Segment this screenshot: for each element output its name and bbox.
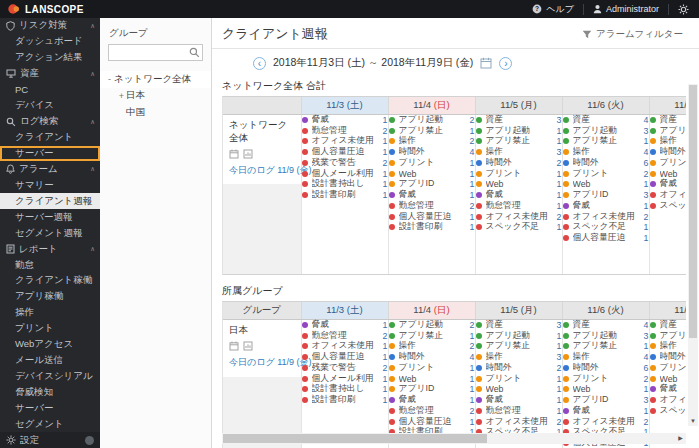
alarm-count[interactable]: 1: [470, 158, 475, 168]
next-week-button[interactable]: ›: [499, 57, 512, 70]
sidebar-item-device-serial[interactable]: デバイスシリアル: [0, 369, 100, 385]
alarm-count[interactable]: 1: [644, 201, 649, 211]
alarm-count[interactable]: 6: [644, 363, 649, 373]
sidebar-item-web-access[interactable]: Webアクセス: [0, 337, 100, 353]
alarm-count[interactable]: 2: [470, 341, 475, 351]
alarm-count[interactable]: 3: [644, 331, 649, 341]
alarm-count[interactable]: 1: [383, 115, 388, 125]
alarm-count[interactable]: 1: [644, 179, 649, 189]
alarm-count[interactable]: 2: [383, 158, 388, 168]
scroll-right-arrow-icon[interactable]: ▶: [675, 433, 686, 444]
sidebar-item-action-results[interactable]: アクション結果: [0, 50, 100, 66]
tree-expander-icon[interactable]: -: [105, 74, 114, 84]
vertical-scrollbar-thumb[interactable]: [689, 85, 697, 338]
mini-calendar-icon[interactable]: [229, 341, 239, 351]
alarm-count[interactable]: 1: [644, 341, 649, 351]
alarm-count[interactable]: 1: [470, 417, 475, 427]
alarm-count[interactable]: 1: [383, 352, 388, 362]
alarm-count[interactable]: 2: [383, 126, 388, 136]
alarm-count[interactable]: 2: [644, 212, 649, 222]
sidebar-item-dashboard[interactable]: ダッシュボード: [0, 34, 100, 50]
mini-calendar-icon[interactable]: [229, 149, 239, 159]
alarm-count[interactable]: 1: [470, 179, 475, 189]
sidebar-item-print[interactable]: プリント: [0, 321, 100, 337]
alarm-count[interactable]: 1: [557, 341, 562, 351]
alarm-count[interactable]: 3: [557, 320, 562, 330]
alarm-count[interactable]: 4: [470, 147, 475, 157]
sidebar-item-alarm[interactable]: アラーム∧: [0, 161, 100, 177]
sidebar-item-client[interactable]: クライアント: [0, 130, 100, 146]
alarm-count[interactable]: 2: [557, 363, 562, 373]
prev-week-button[interactable]: ‹: [253, 57, 266, 70]
alarm-count[interactable]: 1: [644, 406, 649, 416]
alarm-count[interactable]: 1: [470, 222, 475, 232]
sidebar-item-app-uptime[interactable]: アプリ稼働: [0, 289, 100, 305]
alarm-count[interactable]: 3: [644, 395, 649, 405]
alarm-count[interactable]: 1: [470, 190, 475, 200]
search-icon[interactable]: [189, 47, 200, 58]
alarm-count[interactable]: 1: [470, 395, 475, 405]
tree-node-network-all[interactable]: -ネットワーク全体: [100, 71, 211, 88]
alarm-count[interactable]: 1: [383, 320, 388, 330]
alarm-count[interactable]: 4: [644, 147, 649, 157]
alarm-count[interactable]: 2: [470, 136, 475, 146]
alarm-count[interactable]: 1: [557, 126, 562, 136]
help-button[interactable]: ? ヘルプ: [532, 3, 574, 16]
sidebar-item-settings[interactable]: 設定: [0, 432, 100, 448]
alarm-count[interactable]: 3: [557, 115, 562, 125]
alarm-count[interactable]: 1: [557, 395, 562, 405]
alarm-count[interactable]: 1: [470, 363, 475, 373]
alarm-count[interactable]: 1: [383, 395, 388, 405]
scroll-down-arrow-icon[interactable]: ▼: [688, 416, 698, 426]
sidebar-item-mail-send[interactable]: メール送信: [0, 353, 100, 369]
alarm-count[interactable]: 2: [470, 406, 475, 416]
tree-node-china[interactable]: 中国: [100, 104, 211, 121]
alarm-count[interactable]: 2: [383, 331, 388, 341]
mini-graph-icon[interactable]: [243, 149, 253, 159]
alarm-filter-button[interactable]: アラームフィルター: [582, 28, 683, 41]
sidebar-item-segment-weekly-report[interactable]: セグメント週報: [0, 225, 100, 241]
vertical-scrollbar[interactable]: ▼: [688, 84, 698, 426]
alarm-count[interactable]: 1: [470, 374, 475, 384]
today-log-link[interactable]: 今日のログ 11/9 (金): [229, 356, 296, 369]
tree-node-japan[interactable]: +日本: [100, 88, 211, 105]
horizontal-scrollbar[interactable]: ▶: [222, 433, 686, 444]
sidebar-item-client-uptime[interactable]: クライアント稼働: [0, 273, 100, 289]
alarm-count[interactable]: 2: [557, 158, 562, 168]
user-menu[interactable]: Administrator: [593, 4, 659, 14]
alarm-count[interactable]: 4: [644, 115, 649, 125]
sidebar-item-server[interactable]: サーバー: [0, 146, 100, 162]
today-log-link[interactable]: 今日のログ 11/9 (金): [229, 164, 296, 177]
alarm-count[interactable]: 6: [644, 158, 649, 168]
settings-icon[interactable]: [678, 4, 689, 15]
alarm-count[interactable]: 3: [557, 352, 562, 362]
sidebar-item-attendance[interactable]: 勤怠: [0, 257, 100, 273]
alarm-count[interactable]: 1: [383, 374, 388, 384]
alarm-count[interactable]: 1: [470, 384, 475, 394]
alarm-count[interactable]: 1: [383, 179, 388, 189]
alarm-count[interactable]: 1: [644, 136, 649, 146]
sidebar-item-segment[interactable]: セグメント: [0, 416, 100, 432]
sidebar-item-assets[interactable]: 資産∧: [0, 66, 100, 82]
alarm-count[interactable]: 2: [644, 417, 649, 427]
alarm-count[interactable]: 1: [557, 384, 562, 394]
alarm-count[interactable]: 1: [644, 233, 649, 243]
alarm-count[interactable]: 1: [383, 190, 388, 200]
sidebar-item-server-report[interactable]: サーバー: [0, 401, 100, 417]
alarm-count[interactable]: 1: [470, 331, 475, 341]
alarm-count[interactable]: 1: [557, 169, 562, 179]
sidebar-item-devices[interactable]: デバイス: [0, 98, 100, 114]
sidebar-item-operation[interactable]: 操作: [0, 305, 100, 321]
alarm-count[interactable]: 1: [557, 331, 562, 341]
alarm-count[interactable]: 1: [557, 179, 562, 189]
alarm-count[interactable]: 1: [470, 212, 475, 222]
alarm-count[interactable]: 3: [644, 190, 649, 200]
sidebar-item-risk-measures[interactable]: リスク対策∧: [0, 18, 100, 34]
alarm-count[interactable]: 1: [383, 341, 388, 351]
alarm-count[interactable]: 2: [557, 417, 562, 427]
alarm-count[interactable]: 3: [557, 147, 562, 157]
calendar-icon[interactable]: [480, 57, 492, 69]
alarm-count[interactable]: 1: [557, 406, 562, 416]
alarm-count[interactable]: 1: [383, 169, 388, 179]
alarm-count[interactable]: 1: [470, 126, 475, 136]
